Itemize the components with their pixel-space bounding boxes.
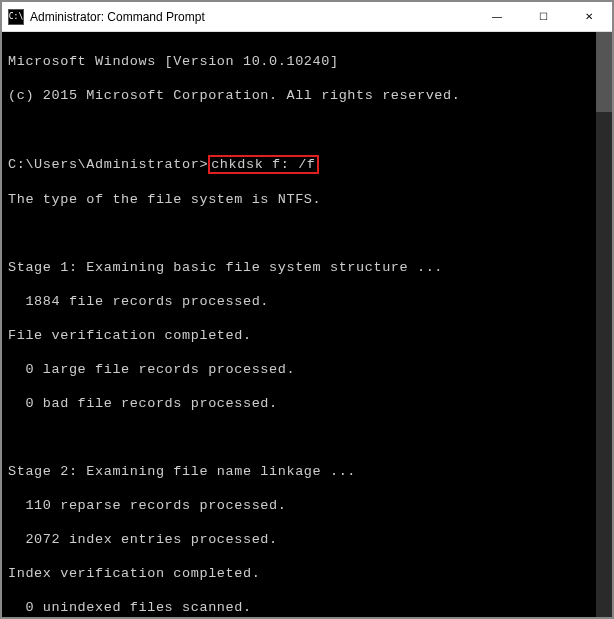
stage2-title: Stage 2: Examining file name linkage ...	[8, 463, 606, 480]
prompt-line: C:\Users\Administrator>chkdsk f: /f	[8, 155, 606, 174]
blank	[8, 121, 606, 138]
blank	[8, 429, 606, 446]
minimize-button[interactable]: —	[474, 2, 520, 31]
stage2-index: 2072 index entries processed.	[8, 531, 606, 548]
cmd-icon: C:\	[8, 9, 24, 25]
stage2-unindex-scanned: 0 unindexed files scanned.	[8, 599, 606, 616]
copyright-line: (c) 2015 Microsoft Corporation. All righ…	[8, 87, 606, 104]
scrollbar-thumb[interactable]	[596, 32, 612, 112]
command-highlight: chkdsk f: /f	[208, 155, 318, 174]
close-button[interactable]: ✕	[566, 2, 612, 31]
title-left: C:\ Administrator: Command Prompt	[2, 9, 474, 25]
maximize-button[interactable]: ☐	[520, 2, 566, 31]
stage1-title: Stage 1: Examining basic file system str…	[8, 259, 606, 276]
stage1-verif: File verification completed.	[8, 327, 606, 344]
window-controls: — ☐ ✕	[474, 2, 612, 31]
blank	[8, 225, 606, 242]
command-prompt-window: C:\ Administrator: Command Prompt — ☐ ✕ …	[2, 2, 612, 617]
window-title: Administrator: Command Prompt	[30, 10, 205, 24]
stage1-bad: 0 bad file records processed.	[8, 395, 606, 412]
fs-type-line: The type of the file system is NTFS.	[8, 191, 606, 208]
stage1-records: 1884 file records processed.	[8, 293, 606, 310]
titlebar[interactable]: C:\ Administrator: Command Prompt — ☐ ✕	[2, 2, 612, 32]
stage1-large: 0 large file records processed.	[8, 361, 606, 378]
stage2-reparse: 110 reparse records processed.	[8, 497, 606, 514]
prompt-text: C:\Users\Administrator>	[8, 157, 208, 172]
vertical-scrollbar[interactable]	[596, 32, 612, 617]
stage2-verif: Index verification completed.	[8, 565, 606, 582]
terminal-output[interactable]: Microsoft Windows [Version 10.0.10240] (…	[2, 32, 612, 617]
version-line: Microsoft Windows [Version 10.0.10240]	[8, 53, 606, 70]
